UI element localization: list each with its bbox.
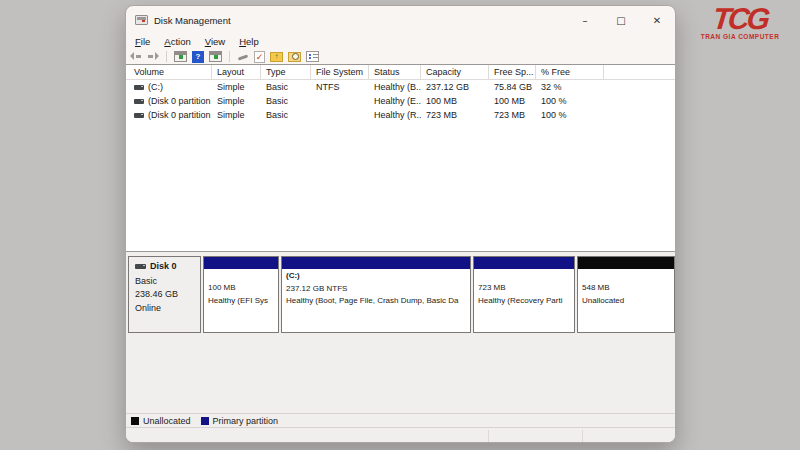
volume-icon	[134, 99, 144, 104]
column-header-capacity[interactable]: Capacity	[421, 65, 489, 79]
maximize-button[interactable]: □	[603, 6, 639, 34]
volume-pct-free: 100 %	[536, 108, 604, 122]
partition-color-bar	[474, 257, 574, 269]
partition-status: Unallocated	[582, 295, 670, 308]
forward-icon[interactable]	[147, 52, 159, 61]
help-icon[interactable]: ?	[192, 51, 204, 63]
properties-icon[interactable]	[306, 51, 319, 62]
volume-icon	[134, 113, 144, 118]
unallocated-swatch	[131, 417, 139, 425]
volume-file-system	[311, 108, 369, 122]
disk-status: Online	[135, 302, 200, 316]
table-row[interactable]: (C:) Simple Basic NTFS Healthy (B... 237…	[126, 80, 675, 94]
tool-icon[interactable]	[237, 51, 249, 63]
partition-size: 100 MB	[208, 282, 274, 295]
column-header-status[interactable]: Status	[369, 65, 421, 79]
partition-status: Healthy (Boot, Page File, Crash Dump, Ba…	[286, 295, 466, 308]
partition-recovery[interactable]: 723 MB Healthy (Recovery Parti	[473, 256, 575, 333]
minimize-button[interactable]: –	[567, 6, 603, 34]
app-icon	[135, 15, 148, 25]
column-header-layout[interactable]: Layout	[212, 65, 261, 79]
title-bar[interactable]: Disk Management – □ ✕	[126, 6, 675, 34]
partition-efi[interactable]: 100 MB Healthy (EFI Sys	[203, 256, 279, 333]
menu-view[interactable]: View	[198, 36, 232, 47]
status-bar	[126, 427, 675, 443]
volume-list: Volume Layout Type File System Status Ca…	[126, 64, 675, 252]
volume-name: (Disk 0 partition 4)	[148, 110, 212, 120]
column-header-volume[interactable]: Volume	[126, 65, 212, 79]
partition-status: Healthy (Recovery Parti	[478, 295, 570, 308]
volume-status: Healthy (R...	[369, 108, 421, 122]
volume-icon	[134, 85, 144, 90]
column-header-pct-free[interactable]: % Free	[536, 65, 604, 79]
close-button[interactable]: ✕	[639, 6, 675, 34]
volume-list-header: Volume Layout Type File System Status Ca…	[126, 65, 675, 80]
menu-bar: File Action View Help	[126, 34, 675, 49]
column-header-type[interactable]: Type	[261, 65, 311, 79]
partition-size: 548 MB	[582, 282, 670, 295]
partition-size: 723 MB	[478, 282, 570, 295]
console-window-icon-2[interactable]	[209, 51, 222, 62]
partition-c[interactable]: (C:) 237.12 GB NTFS Healthy (Boot, Page …	[281, 256, 471, 333]
partition-color-bar	[282, 257, 470, 269]
window-controls: – □ ✕	[567, 6, 675, 34]
window-title: Disk Management	[154, 15, 231, 26]
volume-capacity: 237.12 GB	[421, 80, 489, 94]
volume-name: (Disk 0 partition 1)	[148, 96, 212, 106]
console-window-icon[interactable]	[174, 51, 187, 62]
primary-partition-swatch	[201, 417, 209, 425]
volume-type: Basic	[261, 94, 311, 108]
volume-layout: Simple	[212, 94, 261, 108]
partition-color-bar	[204, 257, 278, 269]
toolbar-separator	[166, 51, 167, 62]
disk-management-window: Disk Management – □ ✕ File Action View H…	[125, 5, 676, 443]
volume-file-system: NTFS	[311, 80, 369, 94]
volume-layout: Simple	[212, 80, 261, 94]
legend-label: Unallocated	[143, 416, 191, 426]
toolbar: ? ✓ ↑	[126, 49, 675, 64]
disk-0-panel[interactable]: Disk 0 Basic 238.46 GB Online	[128, 256, 201, 333]
folder-up-icon[interactable]: ↑	[270, 52, 283, 62]
partition-unallocated[interactable]: 548 MB Unallocated	[577, 256, 675, 333]
partition-status: Healthy (EFI Sys	[208, 295, 274, 308]
table-row[interactable]: (Disk 0 partition 4) Simple Basic Health…	[126, 108, 675, 122]
check-document-icon[interactable]: ✓	[254, 51, 265, 63]
volume-layout: Simple	[212, 108, 261, 122]
disk-0-row: Disk 0 Basic 238.46 GB Online 100 MB Hea…	[128, 256, 675, 333]
volume-pct-free: 32 %	[536, 80, 604, 94]
legend-unallocated: Unallocated	[131, 416, 191, 426]
volume-free-space: 100 MB	[489, 94, 536, 108]
volume-type: Basic	[261, 80, 311, 94]
back-icon[interactable]	[130, 52, 142, 61]
legend-label: Primary partition	[213, 416, 279, 426]
table-row[interactable]: (Disk 0 partition 1) Simple Basic Health…	[126, 94, 675, 108]
status-bar-divider	[582, 430, 583, 442]
volume-status: Healthy (E...	[369, 94, 421, 108]
column-header-free-space[interactable]: Free Sp...	[489, 65, 536, 79]
volume-file-system	[311, 94, 369, 108]
tcg-logo: TCG TRAN GIA COMPUTER	[690, 4, 790, 40]
menu-help[interactable]: Help	[232, 36, 266, 47]
toolbar-separator	[229, 51, 230, 62]
disk-size: 238.46 GB	[135, 288, 200, 302]
volume-name: (C:)	[148, 82, 163, 92]
partition-color-bar	[578, 257, 674, 269]
disk-name: Disk 0	[150, 260, 177, 274]
status-bar-divider	[488, 430, 489, 442]
partition-label: (C:)	[286, 270, 466, 283]
menu-file[interactable]: File	[128, 36, 157, 47]
volume-status: Healthy (B...	[369, 80, 421, 94]
disk-icon	[135, 264, 146, 269]
folder-search-icon[interactable]	[288, 52, 301, 62]
menu-action[interactable]: Action	[157, 36, 197, 47]
volume-capacity: 723 MB	[421, 108, 489, 122]
volume-type: Basic	[261, 108, 311, 122]
tcg-logo-text: TCG	[688, 4, 791, 34]
volume-free-space: 75.84 GB	[489, 80, 536, 94]
volume-free-space: 723 MB	[489, 108, 536, 122]
partition-size: 237.12 GB NTFS	[286, 283, 466, 296]
column-header-file-system[interactable]: File System	[311, 65, 369, 79]
graphical-view: Disk 0 Basic 238.46 GB Online 100 MB Hea…	[126, 252, 675, 413]
volume-capacity: 100 MB	[421, 94, 489, 108]
disk-type: Basic	[135, 275, 200, 289]
